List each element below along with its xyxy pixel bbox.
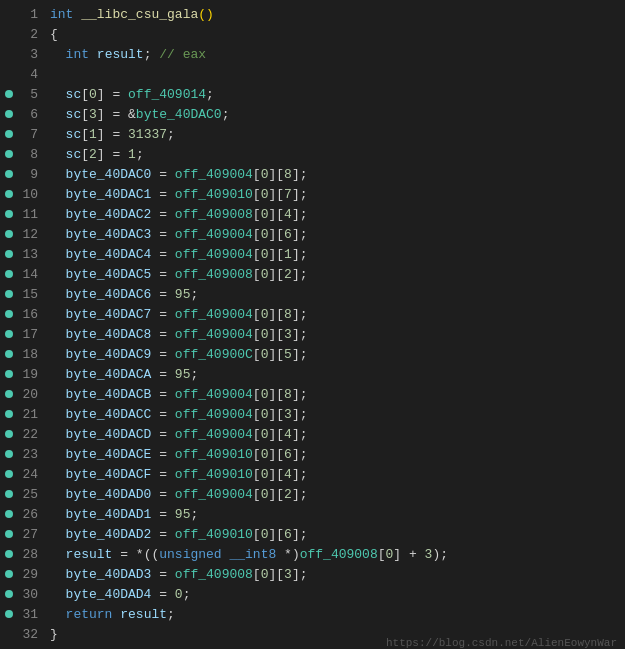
breakpoint-dot[interactable] bbox=[0, 530, 18, 538]
code-line: 21 byte_40DACC = off_409004[0][3]; bbox=[0, 404, 625, 424]
line-number: 16 bbox=[18, 307, 46, 322]
code-line: 4 bbox=[0, 64, 625, 84]
code-line: 13 byte_40DAC4 = off_409004[0][1]; bbox=[0, 244, 625, 264]
breakpoint-indicator bbox=[5, 190, 13, 198]
line-content: byte_40DACA = 95; bbox=[46, 367, 617, 382]
breakpoint-indicator bbox=[5, 610, 13, 618]
line-content: byte_40DACF = off_409010[0][4]; bbox=[46, 467, 617, 482]
line-number: 3 bbox=[18, 47, 46, 62]
line-content: byte_40DAD2 = off_409010[0][6]; bbox=[46, 527, 617, 542]
line-content: sc[1] = 31337; bbox=[46, 127, 617, 142]
code-line: 5 sc[0] = off_409014; bbox=[0, 84, 625, 104]
breakpoint-indicator bbox=[5, 510, 13, 518]
line-number: 12 bbox=[18, 227, 46, 242]
line-number: 25 bbox=[18, 487, 46, 502]
breakpoint-dot[interactable] bbox=[0, 270, 18, 278]
watermark: https://blog.csdn.net/AlienEowynWar bbox=[386, 637, 617, 649]
line-content: sc[3] = &byte_40DAC0; bbox=[46, 107, 617, 122]
line-number: 32 bbox=[18, 627, 46, 642]
breakpoint-dot[interactable] bbox=[0, 250, 18, 258]
breakpoint-dot[interactable] bbox=[0, 150, 18, 158]
breakpoint-dot[interactable] bbox=[0, 210, 18, 218]
line-content: byte_40DAC5 = off_409008[0][2]; bbox=[46, 267, 617, 282]
code-line: 22 byte_40DACD = off_409004[0][4]; bbox=[0, 424, 625, 444]
breakpoint-dot[interactable] bbox=[0, 330, 18, 338]
line-content: byte_40DAC7 = off_409004[0][8]; bbox=[46, 307, 617, 322]
code-line: 3 int result; // eax bbox=[0, 44, 625, 64]
line-number: 1 bbox=[18, 7, 46, 22]
code-line: 11 byte_40DAC2 = off_409008[0][4]; bbox=[0, 204, 625, 224]
breakpoint-indicator bbox=[5, 390, 13, 398]
breakpoint-dot[interactable] bbox=[0, 370, 18, 378]
line-number: 21 bbox=[18, 407, 46, 422]
line-number: 6 bbox=[18, 107, 46, 122]
code-line: 27 byte_40DAD2 = off_409010[0][6]; bbox=[0, 524, 625, 544]
line-content: byte_40DAC4 = off_409004[0][1]; bbox=[46, 247, 617, 262]
line-content: byte_40DAC0 = off_409004[0][8]; bbox=[46, 167, 617, 182]
breakpoint-indicator bbox=[5, 450, 13, 458]
line-number: 27 bbox=[18, 527, 46, 542]
breakpoint-indicator bbox=[5, 430, 13, 438]
code-line: 29 byte_40DAD3 = off_409008[0][3]; bbox=[0, 564, 625, 584]
breakpoint-dot[interactable] bbox=[0, 430, 18, 438]
line-content: sc[2] = 1; bbox=[46, 147, 617, 162]
breakpoint-dot[interactable] bbox=[0, 290, 18, 298]
breakpoint-dot[interactable] bbox=[0, 190, 18, 198]
code-line: 2{ bbox=[0, 24, 625, 44]
breakpoint-indicator bbox=[5, 310, 13, 318]
code-line: 8 sc[2] = 1; bbox=[0, 144, 625, 164]
breakpoint-indicator bbox=[5, 250, 13, 258]
breakpoint-dot[interactable] bbox=[0, 90, 18, 98]
line-content: result = *((unsigned __int8 *)off_409008… bbox=[46, 547, 617, 562]
code-line: 17 byte_40DAC8 = off_409004[0][3]; bbox=[0, 324, 625, 344]
breakpoint-dot[interactable] bbox=[0, 410, 18, 418]
breakpoint-dot[interactable] bbox=[0, 470, 18, 478]
line-number: 10 bbox=[18, 187, 46, 202]
breakpoint-indicator bbox=[5, 410, 13, 418]
breakpoint-indicator bbox=[5, 350, 13, 358]
breakpoint-dot[interactable] bbox=[0, 610, 18, 618]
line-content: byte_40DAC1 = off_409010[0][7]; bbox=[46, 187, 617, 202]
breakpoint-indicator bbox=[5, 570, 13, 578]
line-number: 20 bbox=[18, 387, 46, 402]
code-line: 7 sc[1] = 31337; bbox=[0, 124, 625, 144]
line-number: 15 bbox=[18, 287, 46, 302]
breakpoint-indicator bbox=[5, 530, 13, 538]
code-line: 23 byte_40DACE = off_409010[0][6]; bbox=[0, 444, 625, 464]
line-number: 8 bbox=[18, 147, 46, 162]
breakpoint-dot[interactable] bbox=[0, 170, 18, 178]
breakpoint-dot[interactable] bbox=[0, 590, 18, 598]
breakpoint-indicator bbox=[5, 150, 13, 158]
line-number: 28 bbox=[18, 547, 46, 562]
line-number: 22 bbox=[18, 427, 46, 442]
line-content: byte_40DAC2 = off_409008[0][4]; bbox=[46, 207, 617, 222]
code-line: 14 byte_40DAC5 = off_409008[0][2]; bbox=[0, 264, 625, 284]
breakpoint-indicator bbox=[5, 230, 13, 238]
breakpoint-indicator bbox=[5, 490, 13, 498]
code-line: 19 byte_40DACA = 95; bbox=[0, 364, 625, 384]
breakpoint-dot[interactable] bbox=[0, 450, 18, 458]
breakpoint-indicator bbox=[5, 210, 13, 218]
breakpoint-indicator bbox=[5, 110, 13, 118]
breakpoint-dot[interactable] bbox=[0, 550, 18, 558]
breakpoint-dot[interactable] bbox=[0, 350, 18, 358]
line-number: 17 bbox=[18, 327, 46, 342]
breakpoint-indicator bbox=[5, 170, 13, 178]
breakpoint-dot[interactable] bbox=[0, 570, 18, 578]
breakpoint-dot[interactable] bbox=[0, 390, 18, 398]
breakpoint-indicator bbox=[5, 130, 13, 138]
breakpoint-dot[interactable] bbox=[0, 110, 18, 118]
line-number: 18 bbox=[18, 347, 46, 362]
breakpoint-dot[interactable] bbox=[0, 230, 18, 238]
breakpoint-indicator bbox=[5, 270, 13, 278]
code-line: 31 return result; bbox=[0, 604, 625, 624]
line-content: byte_40DAC6 = 95; bbox=[46, 287, 617, 302]
breakpoint-dot[interactable] bbox=[0, 310, 18, 318]
breakpoint-dot[interactable] bbox=[0, 490, 18, 498]
breakpoint-dot[interactable] bbox=[0, 130, 18, 138]
line-number: 13 bbox=[18, 247, 46, 262]
line-content: byte_40DACD = off_409004[0][4]; bbox=[46, 427, 617, 442]
breakpoint-dot[interactable] bbox=[0, 510, 18, 518]
code-line: 12 byte_40DAC3 = off_409004[0][6]; bbox=[0, 224, 625, 244]
line-content: { bbox=[46, 27, 617, 42]
